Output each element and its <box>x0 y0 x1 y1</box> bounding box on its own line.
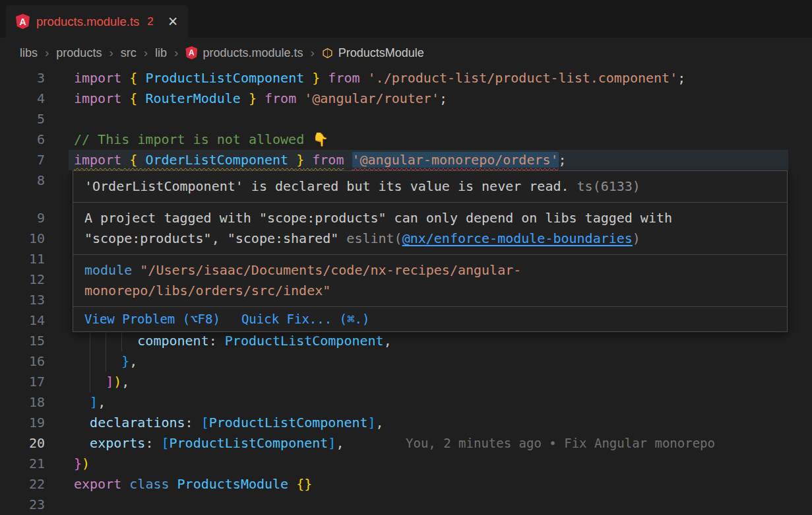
hover-section-ts-message: 'OrderListComponent' is declared but its… <box>73 171 787 203</box>
code-line-text: }) <box>74 454 90 474</box>
code-line-5[interactable]: 5 <box>0 109 812 129</box>
line-number: 18 <box>0 392 45 413</box>
view-problem-action[interactable]: View Problem (⌥F8) <box>84 312 220 326</box>
line-number: 8 <box>0 170 45 191</box>
line-number: 16 <box>0 351 45 372</box>
line-number: 14 <box>0 310 45 331</box>
line-number: 20 <box>0 433 45 454</box>
hover-status-bar: View Problem (⌥F8)Quick Fix... (⌘.) <box>73 307 787 331</box>
code-line-18[interactable]: 18 ], <box>0 392 812 413</box>
code-line-7[interactable]: 7import { OrderListComponent } from '@an… <box>0 150 812 170</box>
line-number: 5 <box>0 109 45 129</box>
line-number: 10 <box>0 228 45 249</box>
git-blame-annotation: You, 2 minutes ago • Fix Angular monorep… <box>406 433 715 454</box>
code-line-text: import { RouterModule } from '@angular/r… <box>74 88 447 109</box>
code-line-text: // This import is not allowed 👇 <box>74 129 328 150</box>
code-line-6[interactable]: 6// This import is not allowed 👇 <box>0 129 812 150</box>
code-line-text: ], <box>74 392 106 413</box>
hover-text-line: 'OrderListComponent' is declared but its… <box>84 176 776 197</box>
code-line-text: exports: [ProductListComponent], <box>74 433 344 454</box>
quick-fix--action[interactable]: Quick Fix... (⌘.) <box>241 312 369 326</box>
line-number: 12 <box>0 269 45 290</box>
line-number: 3 <box>0 68 45 88</box>
code-line-text: export class ProductsModule {} <box>74 474 312 495</box>
line-number: 6 <box>0 129 45 150</box>
line-number: 13 <box>0 290 45 310</box>
code-line-16[interactable]: 16 }, <box>0 351 812 372</box>
code-line-text: ]), <box>74 372 129 392</box>
hover-text-line: monorepo/libs/orders/src/index" <box>84 281 776 301</box>
code-line-text: }, <box>74 351 137 372</box>
line-number: 21 <box>0 454 45 474</box>
code-line-22[interactable]: 22export class ProductsModule {} <box>0 474 812 495</box>
code-line-text: import { ProductListComponent } from './… <box>74 68 685 88</box>
hover-section-module-path: module "/Users/isaac/Documents/code/nx-r… <box>73 255 787 307</box>
code-line-3[interactable]: 3import { ProductListComponent } from '.… <box>0 68 812 88</box>
hover-text-line: A project tagged with "scope:products" c… <box>84 208 776 228</box>
code-line-21[interactable]: 21}) <box>0 454 812 474</box>
line-number: 19 <box>0 413 45 433</box>
code-line-19[interactable]: 19 declarations: [ProductListComponent], <box>0 413 812 433</box>
eslint-rule-link[interactable]: @nx/enforce-module-boundaries <box>402 230 633 246</box>
line-number: 15 <box>0 331 45 351</box>
line-number: 23 <box>0 495 45 515</box>
hover-text-line: module "/Users/isaac/Documents/code/nx-r… <box>84 260 776 281</box>
hover-text-line: "scope:products", "scope:shared" eslint(… <box>84 228 776 249</box>
code-line-23[interactable]: 23 <box>0 495 812 515</box>
code-line-text: component: ProductListComponent, <box>74 331 392 351</box>
code-line-17[interactable]: 17 ]), <box>0 372 812 392</box>
code-line-4[interactable]: 4import { RouterModule } from '@angular/… <box>0 88 812 109</box>
line-number: 4 <box>0 88 45 109</box>
code-line-text: import { OrderListComponent } from '@ang… <box>74 150 567 170</box>
line-number: 9 <box>0 208 45 228</box>
code-line-text: declarations: [ProductListComponent], <box>74 413 384 433</box>
code-line-15[interactable]: 15 component: ProductListComponent, <box>0 331 812 351</box>
line-number: 7 <box>0 150 45 170</box>
code-line-20[interactable]: 20 exports: [ProductListComponent],You, … <box>0 433 812 454</box>
vscode-window: A products.module.ts 2 × libs›products›s… <box>0 0 812 515</box>
line-number: 11 <box>0 249 45 269</box>
hover-section-eslint-message: A project tagged with "scope:products" c… <box>73 203 787 255</box>
line-number: 17 <box>0 372 45 392</box>
line-number: 22 <box>0 474 45 495</box>
hover-popup: 'OrderListComponent' is declared but its… <box>73 170 788 332</box>
